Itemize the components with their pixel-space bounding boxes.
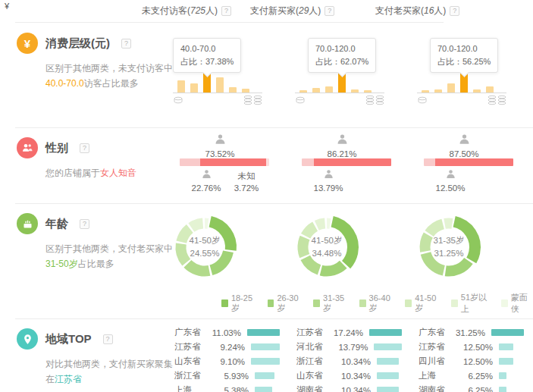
gender-chart-unpaid[interactable]: 73.52% 22.76% 未知 3.72% — [167, 127, 289, 203]
region-percent: 5.38% — [212, 386, 249, 392]
male-icon — [202, 169, 212, 179]
consumption-chart-unpaid[interactable]: 40.0-70.0 占比：37.38% — [167, 23, 289, 127]
unknown-stat: 未知 3.72% — [225, 170, 268, 194]
region-bar[interactable] — [255, 387, 272, 392]
visitor-type-header: 未支付访客(725人)? 支付新买家(29人)? 支付老买家(16人)? — [0, 0, 533, 23]
region-bar[interactable] — [377, 358, 399, 365]
region-row: 浙江省10.34% — [296, 354, 402, 368]
help-icon[interactable]: ? — [325, 6, 334, 16]
tab-old-buyers[interactable]: 支付老买家(16人)? — [375, 5, 459, 17]
male-stat: 22.76% — [185, 168, 227, 193]
bar[interactable] — [190, 83, 198, 93]
region-bar[interactable] — [255, 372, 274, 379]
legend-swatch — [359, 299, 366, 307]
price-high-coins-icon — [365, 94, 386, 106]
section-desc: 区别于其他两类，支付老买家中31-50岁占比最多 — [45, 241, 176, 271]
male-percent: 13.79% — [307, 183, 350, 193]
legend-item[interactable]: 51岁以上 — [451, 292, 491, 315]
gender-chart-old-buyers[interactable]: 87.50% 12.50% — [411, 127, 533, 203]
yen-icon: ¥ — [17, 33, 38, 54]
bar[interactable] — [177, 80, 185, 93]
region-bar[interactable] — [499, 358, 513, 365]
region-bar[interactable] — [251, 358, 280, 365]
region-row: 江苏省12.50% — [419, 340, 524, 354]
legend-label: 26-30岁 — [277, 293, 303, 314]
region-name: 河北省 — [296, 341, 333, 353]
region-percent: 13.79% — [333, 343, 368, 352]
tab-new-buyers[interactable]: 支付新买家(29人)? — [250, 5, 334, 17]
tab-label: 未支付访客( — [142, 5, 190, 16]
region-name: 江苏省 — [296, 327, 331, 338]
desc-text: 占比最多 — [78, 259, 114, 269]
desc-text: 区别于其他两类，支付老买家中 — [45, 243, 173, 254]
region-row: 浙江省5.93% — [174, 368, 280, 383]
male-segment[interactable] — [424, 158, 435, 166]
region-list-new-buyers[interactable]: 江苏省17.24%河北省13.79%浙江省10.34%山东省10.34%湖南省1… — [289, 318, 411, 392]
bar[interactable] — [216, 77, 224, 93]
age-donut-unpaid[interactable]: 41-50岁 24.55% — [167, 203, 289, 288]
section-consumption-level: ¥ 消费层级(元) ? 区别于其他两类，未支付访客中40.0-70.0访客占比最… — [0, 23, 533, 127]
legend-item[interactable]: 26-30岁 — [268, 293, 304, 314]
help-icon[interactable]: ? — [121, 39, 131, 49]
female-segment[interactable] — [435, 158, 513, 166]
region-bar[interactable] — [499, 343, 513, 350]
region-bar[interactable] — [377, 387, 399, 392]
bar[interactable] — [447, 83, 455, 93]
age-donut-new-buyers[interactable]: 41-50岁 34.48% — [289, 203, 411, 288]
region-bar[interactable] — [499, 387, 506, 392]
region-bar[interactable] — [247, 329, 280, 336]
help-icon[interactable]: ? — [450, 6, 459, 16]
male-segment[interactable] — [302, 158, 314, 166]
age-donut-old-buyers[interactable]: 31-35岁 31.25% — [411, 203, 533, 288]
help-icon[interactable]: ? — [80, 143, 89, 153]
region-list-old-buyers[interactable]: 广东省31.25%江苏省12.50%四川省12.50%上海6.25%湖南省6.2… — [411, 318, 533, 392]
bar[interactable] — [325, 86, 333, 93]
legend-label: 18-25岁 — [231, 293, 258, 314]
legend-item[interactable]: 41-50岁 — [405, 293, 441, 314]
consumption-chart-old-buyers[interactable]: 70.0-120.0 占比：56.25% — [411, 23, 533, 127]
legend-label: 31-35岁 — [323, 293, 350, 314]
female-segment[interactable] — [200, 158, 266, 166]
region-percent: 10.34% — [334, 357, 371, 366]
region-bar[interactable] — [374, 343, 402, 350]
region-bar[interactable] — [369, 329, 402, 336]
legend-swatch — [451, 299, 458, 307]
gender-chart-new-buyers[interactable]: 86.21% 13.79% — [289, 127, 411, 203]
region-row: 广东省31.25% — [419, 325, 524, 340]
bar[interactable] — [229, 87, 237, 93]
region-bar[interactable] — [491, 329, 524, 336]
donut-chart — [290, 211, 363, 284]
consumption-chart-new-buyers[interactable]: 70.0-120.0 占比：62.07% — [289, 23, 411, 127]
legend-item[interactable]: 36-40岁 — [359, 293, 396, 314]
region-percent: 12.50% — [456, 357, 493, 366]
male-stat: 13.79% — [307, 168, 350, 193]
region-list-unpaid[interactable]: 广东省11.03%江苏省9.24%山东省9.10%浙江省5.93%上海5.38% — [167, 318, 289, 392]
region-name: 四川省 — [419, 356, 456, 367]
help-icon[interactable]: ? — [80, 219, 89, 229]
help-icon[interactable]: ? — [221, 6, 231, 16]
region-bar[interactable] — [377, 372, 399, 379]
tab-label: 支付老买家( — [375, 5, 424, 16]
price-low-coin-icon — [295, 96, 306, 105]
tooltip-ratio: 占比：56.25% — [437, 55, 491, 68]
female-segment[interactable] — [314, 158, 391, 166]
legend-label: 51岁以上 — [461, 292, 491, 315]
chart-tooltip: 70.0-120.0 占比：62.07% — [308, 38, 376, 73]
bar[interactable] — [486, 86, 494, 93]
female-icon — [215, 133, 226, 145]
region-bar[interactable] — [499, 372, 506, 379]
region-name: 江苏省 — [174, 341, 210, 353]
section-desc: 区别于其他两类，未支付访客中40.0-70.0访客占比最多 — [45, 61, 176, 91]
help-icon[interactable]: ? — [103, 334, 113, 344]
consumption-info: ¥ 消费层级(元) ? 区别于其他两类，未支付访客中40.0-70.0访客占比最… — [0, 23, 167, 127]
unknown-percent: 3.72% — [225, 182, 268, 194]
price-high-coins-icon — [487, 94, 508, 106]
region-bar[interactable] — [251, 343, 280, 350]
legend-item[interactable]: 18-25岁 — [221, 293, 258, 314]
legend-item[interactable]: 蒙面侠 — [501, 292, 533, 315]
tab-unpaid-visitors[interactable]: 未支付访客(725人)? — [142, 5, 231, 17]
male-segment[interactable] — [180, 158, 200, 166]
legend-item[interactable]: 31-35岁 — [313, 293, 350, 314]
region-name: 山东省 — [296, 370, 334, 381]
unknown-segment[interactable] — [266, 158, 269, 166]
